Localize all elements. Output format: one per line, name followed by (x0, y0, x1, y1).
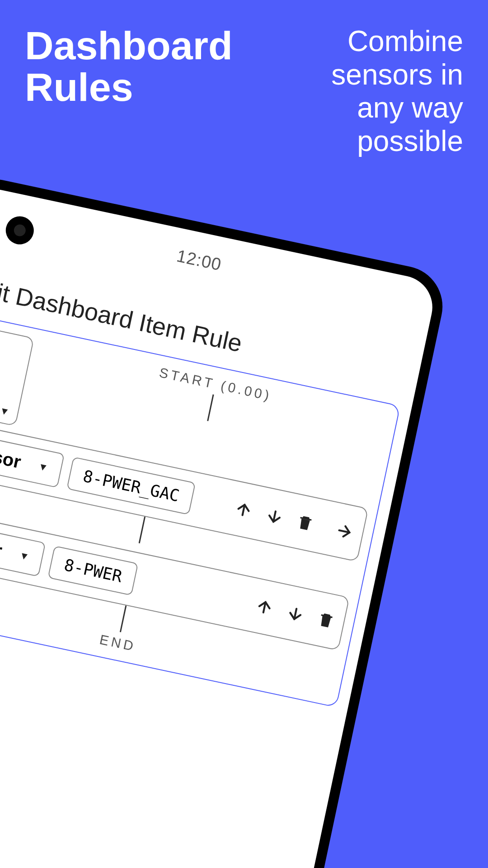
connector-line (138, 517, 145, 543)
delete-icon[interactable] (295, 513, 315, 533)
operator-symbol: + (0, 352, 5, 397)
type-dropdown[interactable]: Sensor ▼ (0, 519, 46, 577)
type-label: Sensor (0, 439, 23, 472)
type-dropdown[interactable]: Sensor ▼ (0, 430, 65, 488)
move-down-icon[interactable] (264, 505, 285, 527)
delete-icon[interactable] (316, 610, 336, 630)
promo-title: Dashboard Rules (25, 25, 233, 108)
sensor-value: 8-PWER_GAC (81, 467, 181, 505)
promo-subtitle: Combine sensors in any way possible (331, 25, 463, 158)
phone-mockup: 12:00 Edit Dashboard Item Rule + ▼ (0, 172, 450, 868)
operator-dropdown[interactable]: + ▼ (0, 323, 34, 426)
chevron-down-icon: ▼ (0, 405, 10, 418)
move-up-icon[interactable] (254, 596, 275, 618)
sensor-dropdown[interactable]: 8-PWER (48, 546, 139, 596)
chevron-down-icon: ▼ (37, 460, 49, 474)
chevron-down-icon: ▼ (18, 549, 30, 563)
move-up-icon[interactable] (233, 499, 254, 520)
connector-line (207, 394, 214, 421)
move-down-icon[interactable] (285, 603, 306, 624)
type-label: Sensor (0, 528, 4, 561)
start-label: START (0.00) (158, 365, 273, 404)
connector-line (119, 605, 126, 632)
indent-icon[interactable] (333, 520, 355, 542)
sensor-value: 8-PWER (62, 556, 124, 586)
